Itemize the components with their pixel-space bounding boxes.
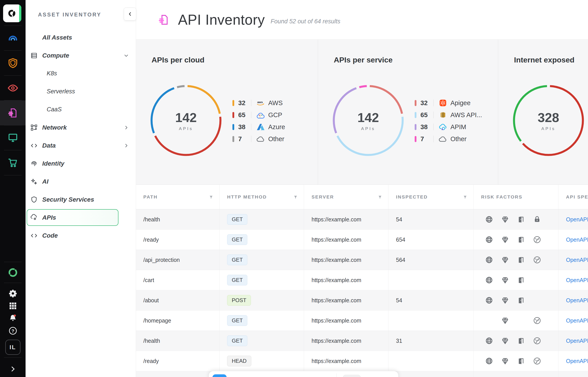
column-header-risk-factors[interactable]: RISK FACTORS [473,185,558,209]
eye-icon [7,82,19,94]
legend-color-marker [232,112,234,118]
table-row[interactable]: /homepageGEThttps://example.comOpenAPI [136,311,588,331]
sidebar-item-caas[interactable]: CaaS [25,100,136,118]
legend-divider [433,112,434,118]
legend-label: Other [450,135,467,143]
openapi-link[interactable]: OpenAPI [566,216,588,223]
openapi-link[interactable]: OpenAPI [566,297,588,304]
table-header: PATHHTTP METHODSERVERINSPECTEDRISK FACTO… [136,185,588,209]
table-row[interactable]: /healthGEThttps://example.com31OpenAPI [136,331,588,351]
column-header-server[interactable]: SERVER [304,185,388,209]
cell-server: https://example.com [304,290,388,310]
rail-item-settings[interactable] [0,287,25,300]
rail-divider [4,357,22,358]
filter-funnel-icon[interactable] [294,195,298,199]
sidebar-item-label: Code [25,232,58,239]
column-header-api-spec[interactable]: API SPEC [558,185,588,209]
table-row[interactable]: /aboutPOSThttps://example.com54OpenAPI [136,290,588,311]
sidebar-item-label: Compute [25,52,69,59]
sidebar-item-label: APIs [25,214,56,221]
owasp-icon [529,317,545,325]
rail-item-shift-left[interactable] [0,150,25,175]
sidebar-item-compute[interactable]: Compute [25,47,136,64]
column-label: RISK FACTORS [481,194,522,200]
sidebar-item-all-assets[interactable]: All Assets [25,28,136,47]
table-body: /healthGEThttps://example.com54OpenAPI/r… [136,209,588,377]
http-method-badge: GET [227,255,247,265]
rail-item-radar[interactable] [0,26,25,51]
openapi-link[interactable]: OpenAPI [566,236,588,243]
gcp-icon [256,111,266,119]
legend-divider [251,112,251,118]
sidebar-item-network[interactable]: Network [25,118,136,137]
cell-method: POST [219,290,304,310]
column-label: HTTP METHOD [227,194,267,200]
rail-item-notifications[interactable] [0,312,25,325]
charts-band: APIs per cloud142APIs32awsAWS65GCP38Azur… [136,39,588,185]
rail-item-expand[interactable] [0,363,25,375]
sidebar-item-ai[interactable]: AI [25,173,136,190]
page-title: API Inventory [178,12,265,28]
table-row[interactable]: /healthGEThttps://example.com54OpenAPI [136,209,588,230]
toolbar-divider [336,373,337,377]
rail-item-eye[interactable] [0,76,25,100]
app-rail: ? IL [0,0,25,377]
column-header-inspected[interactable]: INSPECTED [388,185,473,209]
legend-item: 32awsAWS [232,97,285,109]
globe-icon [481,276,497,284]
filter-funnel-icon[interactable] [209,195,213,199]
table-row[interactable]: /api_protectionGEThttps://example.com564… [136,250,588,270]
toolbar-toggle[interactable] [343,375,361,377]
aws-icon: aws [256,99,266,107]
sidebar-item-k8s[interactable]: K8s [25,64,136,82]
filter-funnel-icon[interactable] [378,195,382,199]
openapi-link[interactable]: OpenAPI [566,358,588,364]
cell-inspected [388,311,473,330]
globe-icon [481,236,497,244]
rail-item-help[interactable]: ? [0,325,25,337]
openapi-link[interactable]: OpenAPI [566,257,588,263]
sidebar-item-identity[interactable]: Identity [25,154,136,173]
chart-legend: 32Apigee65AWS API...38APIM7Other [415,97,482,145]
sidebar-item-code[interactable]: Code [25,226,136,245]
openapi-link[interactable]: OpenAPI [566,277,588,283]
legend-color-marker [415,100,416,106]
rail-item-apps[interactable] [0,300,25,312]
cell-api-spec: OpenAPI [558,250,588,270]
orca-logo[interactable] [3,4,21,22]
rail-item-user[interactable]: IL [0,338,25,356]
sidebar-collapse-button[interactable] [124,8,136,21]
column-header-http-method[interactable]: HTTP METHOD [219,185,304,209]
legend-label: Apigee [450,99,471,107]
radar-icon [7,33,19,44]
table-row[interactable]: /readyHEADhttps://example.comOpenAPI [136,351,588,371]
sidebar-item-serverless[interactable]: Serverless [25,82,136,100]
api-doc-icon [7,107,19,119]
cell-method: GET [219,209,304,229]
chart-title: APIs per cloud [151,56,205,64]
rail-item-api-inventory[interactable] [0,100,25,125]
sidebar-item-security-services[interactable]: Security Services [25,190,136,209]
door-icon [513,215,529,224]
rail-item-shield[interactable] [0,51,25,76]
table-row[interactable]: /cartGEThttps://example.comOpenAPI [136,270,588,290]
rail-item-endpoints[interactable] [0,125,25,150]
rail-item-sync[interactable] [0,265,25,281]
sidebar-item-label: CaaS [25,106,62,113]
cell-inspected [388,270,473,290]
table-row[interactable]: /readyGEThttps://example.com654OpenAPI [136,230,588,250]
openapi-link[interactable]: OpenAPI [566,318,588,324]
legend-value: 7 [420,135,433,143]
cell-api-spec: OpenAPI [558,311,588,330]
cell-inspected: 54 [388,209,473,229]
filter-funnel-icon[interactable] [463,195,467,199]
cell-path: /api_protection [136,250,219,270]
ai-assist-button[interactable] [212,374,227,377]
column-header-path[interactable]: PATH [136,185,219,209]
sidebar-item-data[interactable]: Data [25,137,136,154]
shield-icon [7,57,19,69]
openapi-link[interactable]: OpenAPI [566,338,588,344]
sidebar-item-apis[interactable]: APIs [25,209,136,226]
legend-color-marker [415,112,416,118]
legend-item: 38Azure [232,121,285,133]
